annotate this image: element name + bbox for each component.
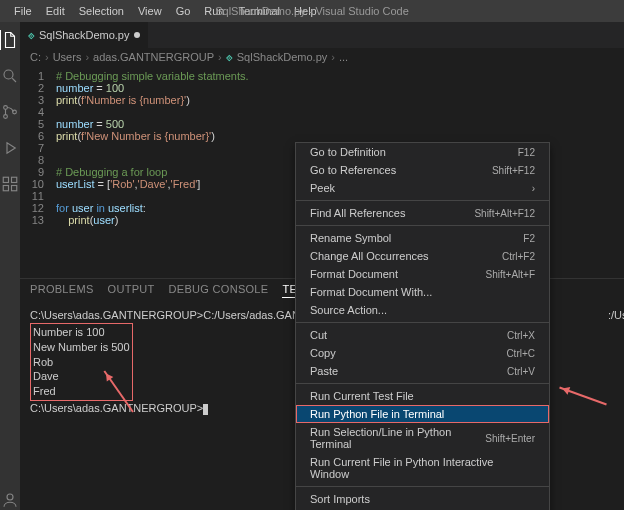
source-control-icon[interactable] bbox=[0, 102, 20, 122]
context-menu-item[interactable]: CutCtrl+X bbox=[296, 326, 549, 344]
context-menu-item[interactable]: Run Python File in Terminal bbox=[296, 405, 549, 423]
files-icon[interactable] bbox=[0, 30, 19, 50]
context-menu-item[interactable]: Find All ReferencesShift+Alt+F12 bbox=[296, 204, 549, 222]
debug-icon[interactable] bbox=[0, 138, 20, 158]
activity-bar bbox=[0, 22, 20, 510]
context-menu-item[interactable]: CopyCtrl+C bbox=[296, 344, 549, 362]
context-menu-separator bbox=[296, 383, 549, 384]
context-menu-item[interactable]: Change All OccurrencesCtrl+F2 bbox=[296, 247, 549, 265]
tab-problems[interactable]: PROBLEMS bbox=[30, 283, 94, 298]
search-icon[interactable] bbox=[0, 66, 20, 86]
context-menu-item[interactable]: Sort Imports bbox=[296, 490, 549, 508]
tab-bar: ⟐ SqlShackDemo.py bbox=[20, 22, 624, 48]
svg-point-8 bbox=[7, 494, 13, 500]
account-icon[interactable] bbox=[0, 490, 20, 510]
menu-view[interactable]: View bbox=[132, 3, 168, 19]
context-menu-item[interactable]: Rename SymbolF2 bbox=[296, 229, 549, 247]
svg-rect-5 bbox=[12, 177, 17, 182]
svg-point-0 bbox=[4, 70, 13, 79]
svg-rect-7 bbox=[12, 186, 17, 191]
terminal-cursor bbox=[203, 404, 208, 415]
tab-output[interactable]: OUTPUT bbox=[108, 283, 155, 298]
menu-selection[interactable]: Selection bbox=[73, 3, 130, 19]
context-menu-separator bbox=[296, 225, 549, 226]
extensions-icon[interactable] bbox=[0, 174, 20, 194]
context-menu-separator bbox=[296, 200, 549, 201]
unsaved-indicator-icon bbox=[134, 32, 140, 38]
editor-tab[interactable]: ⟐ SqlShackDemo.py bbox=[20, 22, 149, 48]
titlebar: File Edit Selection View Go Run Terminal… bbox=[0, 0, 624, 22]
breadcrumb[interactable]: C:› Users› adas.GANTNERGROUP› ⟐SqlShackD… bbox=[20, 48, 624, 66]
svg-point-1 bbox=[4, 106, 8, 110]
svg-point-2 bbox=[4, 115, 8, 119]
context-menu-item[interactable]: Go to ReferencesShift+F12 bbox=[296, 161, 549, 179]
context-menu-item[interactable]: Format DocumentShift+Alt+F bbox=[296, 265, 549, 283]
svg-rect-6 bbox=[3, 186, 8, 191]
context-menu-item[interactable]: PasteCtrl+V bbox=[296, 362, 549, 380]
menu-edit[interactable]: Edit bbox=[40, 3, 71, 19]
window-title: SqlShackDemo.py - Visual Studio Code bbox=[215, 5, 409, 17]
context-menu-item[interactable]: Format Document With... bbox=[296, 283, 549, 301]
context-menu-item[interactable]: Run Current Test File bbox=[296, 387, 549, 405]
tab-filename: SqlShackDemo.py bbox=[39, 29, 130, 41]
context-menu-separator bbox=[296, 322, 549, 323]
context-menu-item[interactable]: Run Selection/Line in Python TerminalShi… bbox=[296, 423, 549, 453]
menu-file[interactable]: File bbox=[8, 3, 38, 19]
context-menu-item[interactable]: Run Current File in Python Interactive W… bbox=[296, 453, 549, 483]
context-menu-item[interactable]: Peek› bbox=[296, 179, 549, 197]
tab-debug-console[interactable]: DEBUG CONSOLE bbox=[169, 283, 269, 298]
context-menu-separator bbox=[296, 486, 549, 487]
python-icon: ⟐ bbox=[28, 29, 35, 41]
svg-rect-4 bbox=[3, 177, 8, 182]
context-menu[interactable]: Go to DefinitionF12Go to ReferencesShift… bbox=[295, 142, 550, 510]
context-menu-item[interactable]: Source Action... bbox=[296, 301, 549, 319]
context-menu-item[interactable]: Go to DefinitionF12 bbox=[296, 143, 549, 161]
menu-go[interactable]: Go bbox=[170, 3, 197, 19]
